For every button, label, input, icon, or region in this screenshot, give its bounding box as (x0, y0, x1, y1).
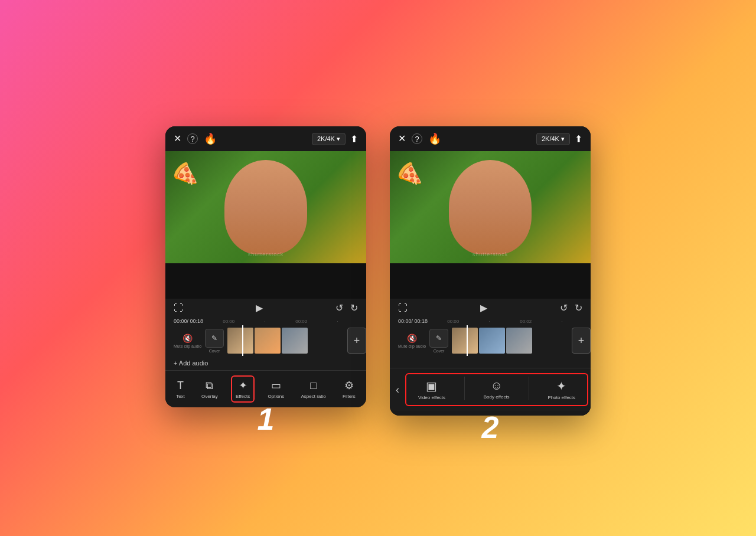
help-icon-2[interactable]: ? (412, 133, 422, 144)
redo-icon-2[interactable]: ↻ (575, 302, 582, 313)
play-icon-1[interactable]: ▶ (256, 302, 263, 313)
tool-effects-1[interactable]: ✦ Effects (231, 375, 255, 403)
help-icon[interactable]: ? (187, 133, 198, 144)
timeline-area-2: 🔇 Mute clip audio ✎ Cover + (390, 325, 591, 356)
mute-label-2: Mute clip audio (398, 344, 426, 348)
timeline-cursor-2 (467, 325, 468, 356)
play-icon-2[interactable]: ▶ (480, 302, 487, 313)
tool-filters-1[interactable]: ⚙ Filters (339, 377, 359, 401)
undo-icon-2[interactable]: ↺ (560, 302, 568, 313)
thumb-2 (255, 328, 281, 354)
add-clip-button-1[interactable]: + (347, 328, 366, 354)
photo-effects-icon: ✦ (556, 379, 566, 393)
options-icon-1: ▭ (271, 379, 281, 392)
phone2-header: ✕ ? 🔥 2K/4K ▾ ⬆ (390, 126, 591, 151)
body-effects-label: Body effects (484, 394, 510, 400)
expand-icon-1[interactable]: ⛶ (174, 303, 183, 313)
face-1 (224, 160, 307, 254)
text-icon-1: T (177, 380, 184, 392)
add-clip-button-2[interactable]: + (572, 328, 591, 354)
cover-button-1[interactable]: ✎ Cover (205, 329, 224, 353)
thumbnail-strip-1 (227, 328, 344, 354)
cover-button-2[interactable]: ✎ Cover (429, 329, 448, 353)
mute-label-1: Mute clip audio (174, 344, 201, 348)
effects-tabs: ▣ Video effects ☺ Body effects ✦ Photo e… (405, 373, 588, 406)
flame-icon: 🔥 (204, 132, 217, 145)
mute-button-2[interactable]: 🔇 Mute clip audio (398, 334, 426, 348)
resolution-button[interactable]: 2K/4K ▾ (312, 133, 346, 145)
cover-label-2: Cover (434, 349, 445, 353)
close-icon-2[interactable]: ✕ (398, 134, 406, 143)
filters-icon-1: ⚙ (344, 379, 354, 392)
aspect-icon-1: □ (310, 380, 317, 392)
flame-icon-2: 🔥 (428, 132, 441, 145)
resolution-button-2[interactable]: 2K/4K ▾ (536, 133, 570, 145)
black-area-1 (165, 263, 366, 299)
add-audio-label-1[interactable]: + Add audio (174, 359, 208, 367)
mark2-1: 00:02 (295, 319, 307, 324)
undo-icon-1[interactable]: ↺ (335, 302, 343, 313)
controls-bar-2: ⛶ ▶ ↺ ↻ (390, 299, 591, 317)
step-number-1: 1 (258, 401, 275, 437)
video-preview-1: 🍕 shutterstock (165, 151, 366, 263)
text-label-1: Text (176, 394, 185, 399)
aspect-label-1: Aspect ratio (301, 394, 325, 399)
black-area-2 (390, 263, 591, 299)
phone-1: ✕ ? 🔥 2K/4K ▾ ⬆ 🍕 shutterstock (165, 126, 366, 407)
upload-icon[interactable]: ⬆ (350, 133, 358, 145)
tool-aspect-1[interactable]: □ Aspect ratio (297, 377, 329, 401)
expand-icon-2[interactable]: ⛶ (398, 303, 408, 313)
close-icon[interactable]: ✕ (174, 134, 181, 143)
tool-text-1[interactable]: T Text (172, 377, 188, 401)
effects-icon-1: ✦ (239, 379, 247, 392)
phone1-header: ✕ ? 🔥 2K/4K ▾ ⬆ (165, 126, 366, 151)
filters-label-1: Filters (343, 394, 356, 399)
timeline-area-1: 🔇 Mute clip audio ✎ Cover + (165, 325, 366, 356)
overlay-icon-1: ⧉ (206, 380, 213, 392)
thumbnail-strip-2 (452, 328, 568, 354)
effects-label-1: Effects (236, 394, 250, 399)
current-time-1: 00:00 (174, 318, 187, 324)
step-number-2: 2 (482, 410, 499, 445)
upload-icon-2[interactable]: ⬆ (575, 133, 582, 145)
controls-bar-1: ⛶ ▶ ↺ ↻ (165, 299, 366, 317)
redo-icon-1[interactable]: ↻ (350, 302, 358, 313)
photo-effects-tab[interactable]: ✦ Photo effects (543, 377, 580, 403)
mute-button-1[interactable]: 🔇 Mute clip audio (174, 334, 201, 348)
mark1-2: 00:00 (447, 319, 459, 324)
tool-overlay-1[interactable]: ⧉ Overlay (198, 377, 221, 401)
video-effects-icon: ▣ (426, 379, 437, 393)
back-button[interactable]: ‹ (390, 384, 405, 396)
add-audio-bar-1: + Add audio (165, 356, 366, 370)
overlay-label-1: Overlay (201, 394, 218, 399)
time-bar-2: 00:00 / 00:18 00:00 · 00:02 · (390, 317, 591, 325)
video-effects-tab[interactable]: ▣ Video effects (413, 377, 450, 403)
body-effects-tab[interactable]: ☺ Body effects (479, 377, 514, 403)
thumb-4 (452, 328, 478, 354)
watermark-1: shutterstock (248, 251, 284, 257)
effects-panel: ‹ ▣ Video effects ☺ Body effects ✦ Photo… (390, 368, 591, 411)
total-time-2: / 00:18 (412, 318, 428, 324)
total-time-1: / 00:18 (187, 318, 204, 324)
options-label-1: Options (268, 394, 285, 399)
current-time-2: 00:00 (398, 318, 412, 324)
thumb-1 (227, 328, 253, 354)
thumb-3 (282, 328, 308, 354)
mark1-1: 00:00 (223, 319, 234, 324)
watermark-2: shutterstock (472, 251, 509, 257)
tool-options-1[interactable]: ▭ Options (265, 377, 288, 401)
face-2 (449, 160, 532, 254)
cover-label-1: Cover (209, 349, 220, 353)
body-effects-icon: ☺ (490, 379, 502, 393)
video-effects-label: Video effects (418, 395, 445, 400)
photo-effects-label: Photo effects (548, 395, 575, 400)
mark2-2: 00:02 (520, 319, 532, 324)
phone-2: ✕ ? 🔥 2K/4K ▾ ⬆ 🍕 shutterstock (390, 126, 591, 416)
thumb-6 (506, 328, 532, 354)
timeline-cursor-1 (242, 325, 243, 356)
thumb-5 (479, 328, 505, 354)
video-preview-2: 🍕 shutterstock (390, 151, 591, 263)
time-bar-1: 00:00 / 00:18 00:00 · 00:02 · (165, 317, 366, 325)
